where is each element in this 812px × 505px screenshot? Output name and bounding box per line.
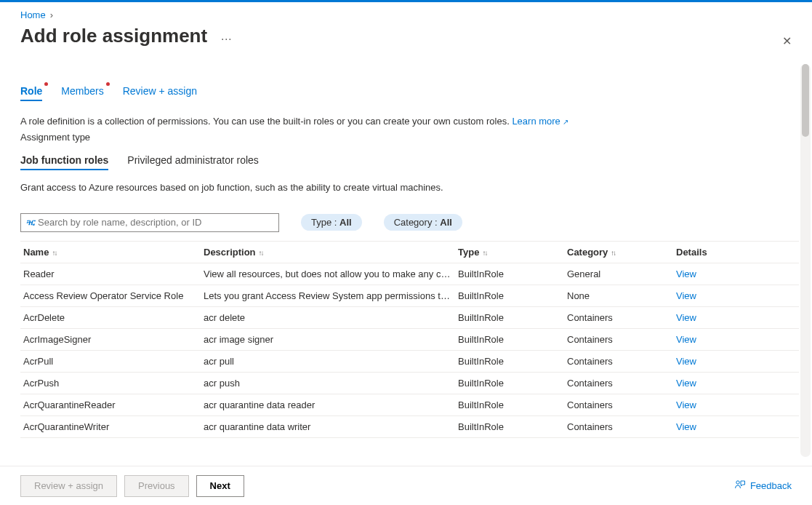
- role-type: BuiltInRole: [458, 421, 567, 432]
- filter-category-value: All: [440, 217, 452, 228]
- table-row[interactable]: AcrPullacr pullBuiltInRoleContainersView: [20, 351, 799, 373]
- scrollbar-thumb[interactable]: [802, 64, 809, 137]
- learn-more-link[interactable]: Learn more ↗: [512, 116, 568, 127]
- role-name: AcrPush: [23, 378, 204, 389]
- search-icon: ⶲ: [25, 217, 35, 228]
- role-type: BuiltInRole: [458, 334, 567, 345]
- feedback-label: Feedback: [750, 480, 792, 491]
- previous-button[interactable]: Previous: [124, 475, 189, 497]
- close-icon: ✕: [782, 35, 792, 47]
- table-row[interactable]: ReaderView all resources, but does not a…: [20, 263, 799, 285]
- subtab-privileged-administrator-roles[interactable]: Privileged administrator roles: [127, 154, 259, 170]
- intro-text-content: A role definition is a collection of per…: [20, 116, 510, 127]
- role-name: Reader: [23, 269, 204, 279]
- learn-more-label: Learn more: [512, 116, 560, 127]
- role-description: acr image signer: [204, 334, 458, 345]
- role-category: Containers: [567, 421, 676, 432]
- required-dot-icon: [44, 82, 48, 86]
- view-link[interactable]: View: [676, 312, 749, 323]
- subtab-description: Grant access to Azure resources based on…: [20, 182, 799, 193]
- breadcrumb-home[interactable]: Home: [20, 9, 46, 20]
- search-input[interactable]: [38, 217, 274, 228]
- view-link[interactable]: View: [676, 269, 749, 279]
- role-category: General: [567, 269, 676, 279]
- close-button[interactable]: ✕: [782, 34, 792, 48]
- role-name: Access Review Operator Service Role: [23, 290, 204, 301]
- chevron-right-icon: ›: [50, 9, 53, 20]
- table-row[interactable]: AcrPushacr pushBuiltInRoleContainersView: [20, 373, 799, 394]
- role-type: BuiltInRole: [458, 399, 567, 410]
- role-name: AcrImageSigner: [23, 334, 204, 345]
- filter-type-prefix: Type :: [311, 217, 339, 228]
- col-category[interactable]: Category↑↓: [567, 247, 676, 258]
- role-name: AcrQuarantineWriter: [23, 421, 204, 432]
- filter-type-value: All: [339, 217, 352, 228]
- external-link-icon: ↗: [563, 118, 568, 126]
- role-category: None: [567, 290, 676, 301]
- tab-review-assign[interactable]: Review + assign: [123, 85, 197, 101]
- required-dot-icon: [106, 82, 110, 86]
- role-description: Lets you grant Access Review System app …: [204, 290, 458, 301]
- view-link[interactable]: View: [676, 421, 749, 432]
- table-row[interactable]: Access Review Operator Service RoleLets …: [20, 285, 799, 307]
- role-description: View all resources, but does not allow y…: [204, 269, 458, 279]
- role-category: Containers: [567, 399, 676, 410]
- role-type: BuiltInRole: [458, 378, 567, 389]
- role-type: BuiltInRole: [458, 356, 567, 367]
- view-link[interactable]: View: [676, 334, 749, 345]
- roles-table: Name↑↓ Description↑↓ Type↑↓ Category↑↓ D…: [20, 241, 799, 438]
- filter-type-pill[interactable]: Type : All: [301, 214, 362, 231]
- sort-icon: ↑↓: [611, 249, 615, 257]
- tab-role[interactable]: Role: [20, 85, 42, 101]
- role-description: acr push: [204, 378, 458, 389]
- table-row[interactable]: AcrDeleteacr deleteBuiltInRoleContainers…: [20, 307, 799, 329]
- search-box[interactable]: ⶲ: [20, 213, 279, 232]
- role-description: acr pull: [204, 356, 458, 367]
- next-button[interactable]: Next: [196, 475, 244, 497]
- page-title: Add role assignment: [20, 25, 207, 47]
- view-link[interactable]: View: [676, 378, 749, 389]
- sort-icon: ↑↓: [259, 249, 263, 257]
- assignment-type-label: Assignment type: [20, 132, 799, 143]
- more-actions-button[interactable]: …: [217, 27, 236, 46]
- role-category: Containers: [567, 378, 676, 389]
- role-category: Containers: [567, 312, 676, 323]
- tabs: RoleMembersReview + assign: [20, 85, 799, 101]
- feedback-icon: [734, 479, 746, 493]
- col-details: Details: [676, 247, 749, 258]
- table-header: Name↑↓ Description↑↓ Type↑↓ Category↑↓ D…: [20, 242, 799, 263]
- role-name: AcrPull: [23, 356, 204, 367]
- tab-members[interactable]: Members: [61, 85, 103, 101]
- sort-icon: ↑↓: [52, 249, 56, 257]
- footer: Review + assign Previous Next Feedback: [0, 466, 812, 505]
- filter-category-prefix: Category :: [394, 217, 441, 228]
- role-type: BuiltInRole: [458, 312, 567, 323]
- role-description: acr quarantine data reader: [204, 399, 458, 410]
- svg-point-0: [736, 481, 739, 484]
- role-category: Containers: [567, 334, 676, 345]
- view-link[interactable]: View: [676, 399, 749, 410]
- col-type[interactable]: Type↑↓: [458, 247, 567, 258]
- filter-category-pill[interactable]: Category : All: [384, 214, 462, 231]
- breadcrumb: Home ›: [20, 9, 799, 20]
- role-description: acr quarantine data writer: [204, 421, 458, 432]
- sort-icon: ↑↓: [482, 249, 486, 257]
- intro-text: A role definition is a collection of per…: [20, 114, 799, 129]
- view-link[interactable]: View: [676, 290, 749, 301]
- table-row[interactable]: AcrQuarantineReaderacr quarantine data r…: [20, 394, 799, 416]
- review-assign-button[interactable]: Review + assign: [20, 475, 117, 497]
- role-type: BuiltInRole: [458, 290, 567, 301]
- subtabs: Job function rolesPrivileged administrat…: [20, 154, 799, 170]
- role-category: Containers: [567, 356, 676, 367]
- table-row[interactable]: AcrImageSigneracr image signerBuiltInRol…: [20, 329, 799, 351]
- subtab-job-function-roles[interactable]: Job function roles: [20, 154, 108, 170]
- role-description: acr delete: [204, 312, 458, 323]
- scrollbar[interactable]: [800, 64, 811, 457]
- table-row[interactable]: AcrQuarantineWriteracr quarantine data w…: [20, 416, 799, 438]
- feedback-link[interactable]: Feedback: [734, 479, 792, 493]
- col-name[interactable]: Name↑↓: [23, 247, 204, 258]
- role-name: AcrDelete: [23, 312, 204, 323]
- role-type: BuiltInRole: [458, 269, 567, 279]
- view-link[interactable]: View: [676, 356, 749, 367]
- col-description[interactable]: Description↑↓: [204, 247, 458, 258]
